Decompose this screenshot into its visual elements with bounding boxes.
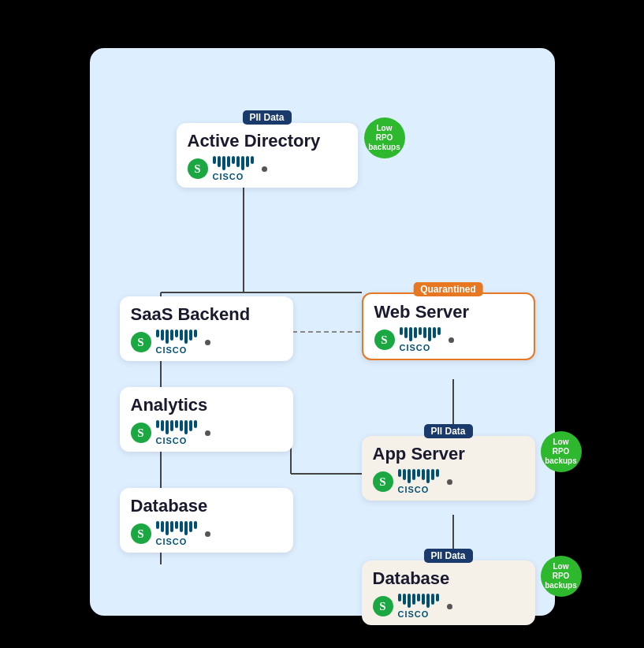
web-server-title: Web Server	[374, 302, 470, 322]
pii-badge-ad: PII Data	[242, 110, 291, 125]
rpo-badge-ad: Low RPO backups	[364, 117, 405, 158]
cisco-bar-db-left: S CISCO	[131, 521, 210, 546]
cisco-bar-db-right: S CISCO	[373, 594, 452, 619]
database-left-title: Database	[131, 496, 208, 516]
cisco-waves-icon: CISCO	[400, 327, 441, 352]
analytics-node: Analytics S CISCO	[120, 387, 293, 452]
cisco-s-icon: S	[373, 471, 393, 492]
cisco-s-icon: S	[373, 596, 393, 616]
pii-badge-app: PII Data	[423, 424, 472, 438]
saas-backend-title: SaaS Backend	[131, 304, 251, 325]
cisco-dot	[262, 166, 267, 172]
quarantined-badge: Quarantined	[413, 282, 483, 296]
cisco-waves-icon: CISCO	[398, 469, 439, 494]
cisco-text: CISCO	[213, 172, 244, 181]
database-right-title: Database	[373, 568, 450, 589]
cisco-waves-icon: CISCO	[156, 330, 197, 355]
cisco-waves-icon: CISCO	[156, 420, 197, 445]
app-server-title: App Server	[373, 444, 465, 464]
cisco-bar-analytics: S CISCO	[131, 420, 210, 445]
pii-badge-db-right: PII Data	[423, 549, 472, 563]
rpo-badge-app: Low RPO backups	[541, 431, 582, 472]
cisco-waves-icon: CISCO	[398, 594, 439, 619]
cisco-bar-ad: S CISCO	[188, 156, 267, 181]
cisco-bar-saas: S CISCO	[131, 330, 210, 355]
cisco-s-icon: S	[131, 523, 151, 544]
cisco-s-icon: S	[131, 423, 151, 443]
active-directory-title: Active Directory	[188, 131, 321, 151]
app-server-node: App Server S CISCO PII Data	[362, 436, 535, 501]
active-directory-node: Active Directory S CISCO PII	[177, 123, 358, 188]
cisco-waves-icon: CISCO	[156, 521, 197, 546]
saas-backend-node: SaaS Backend S CISCO	[120, 296, 293, 361]
analytics-title: Analytics	[131, 395, 208, 415]
cisco-s-icon: S	[188, 158, 208, 179]
database-right-node: Database S CISCO PII Data	[362, 560, 535, 625]
cisco-bar-ws: S CISCO	[374, 327, 454, 352]
cisco-s-icon: S	[374, 330, 395, 350]
cisco-s-icon: S	[131, 332, 151, 352]
cisco-bar-app: S CISCO	[373, 469, 452, 494]
database-left-node: Database S CISCO	[120, 488, 293, 553]
cisco-waves-icon: CISCO	[213, 156, 254, 181]
rpo-badge-db-right: Low RPO backups	[541, 556, 582, 597]
web-server-node: Web Server S CISCO Quarantine	[362, 292, 535, 360]
diagram-container: Active Directory S CISCO PII	[90, 48, 555, 616]
